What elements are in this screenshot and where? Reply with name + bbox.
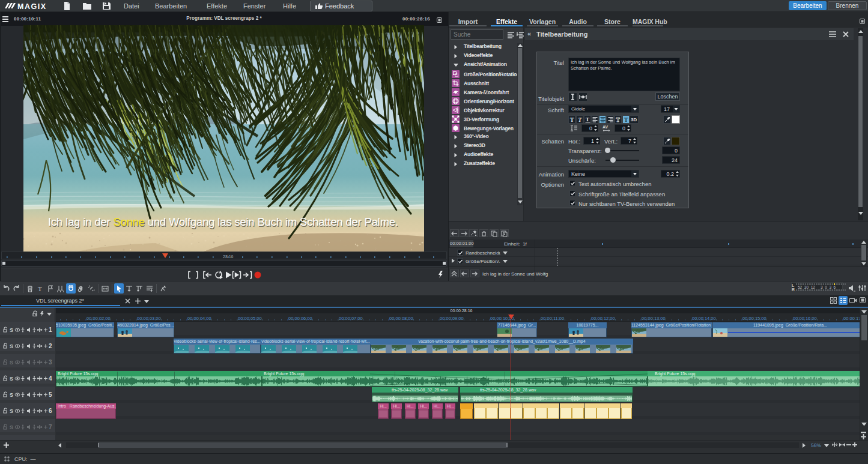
svg-text:,00:00:14:00: ,00:00:14:00	[691, 316, 716, 321]
svg-text:S: S	[10, 424, 13, 430]
svg-text:,00:00:13:00: ,00:00:13:00	[640, 316, 666, 321]
svg-text:,00:00:06:00: ,00:00:06:00	[287, 316, 312, 321]
svg-text:Ich lag in der Sonne und Wolfg: Ich lag in der Sonne und Wolfgang las se…	[48, 216, 398, 228]
svg-text:,00:00:11:00: ,00:00:11:00	[539, 316, 564, 321]
svg-text:T: T	[616, 117, 621, 123]
svg-text:,00:00:07:00: ,00:00:07:00	[338, 316, 363, 321]
svg-text:,00:00:15:00: ,00:00:15:00	[741, 316, 766, 321]
svg-text:28:16: 28:16	[223, 255, 234, 259]
svg-text:T: T	[624, 117, 628, 123]
svg-text:3D: 3D	[631, 117, 637, 122]
svg-text:,00:00:05:00: ,00:00:05:00	[237, 316, 262, 321]
svg-text:S: S	[10, 360, 13, 366]
svg-text:,00:00:16:00: ,00:00:16:00	[792, 316, 817, 321]
svg-text:,00:00:02:00: ,00:00:02:00	[85, 316, 111, 321]
svg-text:AV: AV	[602, 125, 609, 129]
svg-text:T: T	[38, 285, 42, 292]
svg-text:,00:00:04:00: ,00:00:04:00	[186, 316, 211, 321]
svg-text:,00:00:12:00: ,00:00:12:00	[590, 316, 615, 321]
svg-text:T: T	[570, 117, 574, 123]
svg-text:S: S	[10, 327, 13, 333]
svg-text:,00:00:03:00: ,00:00:03:00	[136, 316, 161, 321]
svg-text:MAGIX: MAGIX	[17, 2, 46, 11]
svg-text:T: T	[586, 116, 589, 122]
svg-text:S: S	[10, 392, 13, 398]
svg-text:,00:00:08:00: ,00:00:08:00	[388, 316, 413, 321]
svg-text:S: S	[10, 343, 13, 349]
svg-text:T: T	[578, 117, 583, 123]
svg-text:,00:00:09:00: ,00:00:09:00	[439, 316, 464, 321]
svg-text:S: S	[10, 408, 13, 414]
svg-text:S: S	[10, 376, 13, 382]
